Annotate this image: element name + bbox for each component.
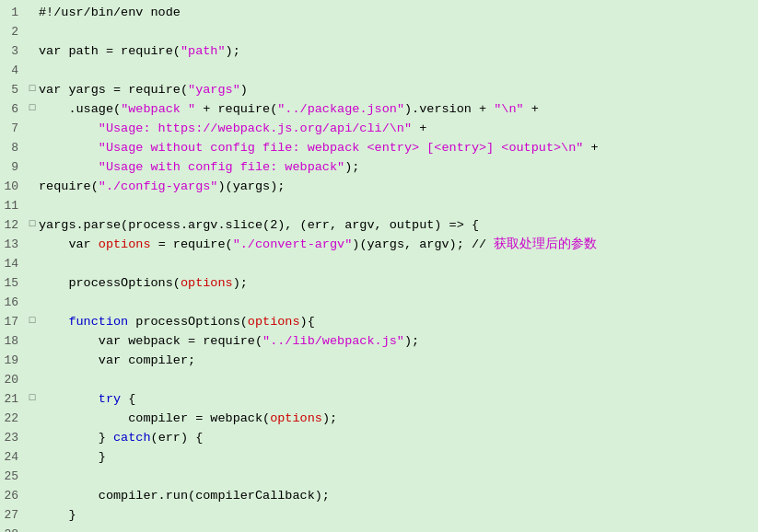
line-number: 8	[0, 139, 26, 157]
token: "./config-yargs"	[99, 179, 218, 193]
code-line: 21□ try {	[0, 390, 758, 410]
line-number: 6	[0, 100, 26, 119]
line-number: 12	[0, 216, 26, 235]
token: );	[344, 160, 359, 174]
line-number: 2	[0, 23, 26, 41]
token: yargs.parse(process.argv.slice(2), (err,…	[39, 218, 479, 232]
token: );	[404, 334, 419, 348]
code-text: }	[39, 506, 758, 526]
code-text	[39, 468, 758, 487]
fold-icon[interactable]: □	[26, 390, 39, 406]
code-line: 11	[0, 197, 758, 216]
token: var path = require(	[39, 44, 181, 58]
line-number: 10	[0, 178, 26, 196]
token: #!/usr/bin/env node	[39, 6, 181, 19]
line-number: 1	[0, 4, 26, 22]
code-line: 26 compiler.run(compilerCallback);	[0, 487, 758, 506]
token: "\n"	[494, 102, 523, 116]
code-line: 4	[0, 62, 758, 81]
code-text: "Usage with config file: webpack");	[39, 158, 758, 178]
code-text	[39, 62, 758, 81]
token: try	[99, 392, 121, 406]
code-text	[39, 294, 758, 313]
token: )	[240, 83, 248, 97]
code-text: var compiler;	[39, 352, 758, 371]
code-line: 5□var yargs = require("yargs")	[0, 81, 758, 100]
token	[39, 315, 68, 329]
line-number: 25	[0, 468, 26, 486]
code-text	[39, 371, 758, 390]
line-number: 15	[0, 274, 26, 293]
code-line: 17□ function processOptions(options){	[0, 313, 758, 332]
token: "yargs"	[188, 83, 240, 97]
token: }	[39, 431, 113, 445]
line-number: 24	[0, 448, 26, 467]
code-line: 7 "Usage: https://webpack.js.org/api/cli…	[0, 120, 758, 139]
code-line: 12□yargs.parse(process.argv.slice(2), (e…	[0, 216, 758, 236]
token: {	[121, 392, 135, 406]
line-number: 17	[0, 313, 26, 331]
token: options	[270, 411, 322, 425]
token: .usage(	[39, 102, 121, 116]
code-line: 23 } catch(err) {	[0, 429, 758, 448]
code-line: 6□ .usage("webpack " + require("../packa…	[0, 100, 758, 120]
code-text: var options = require("./convert-argv")(…	[39, 236, 758, 255]
fold-icon[interactable]: □	[26, 313, 39, 329]
token: "../lib/webpack.js"	[262, 334, 404, 348]
fold-icon[interactable]: □	[26, 100, 39, 116]
code-text: }	[39, 448, 758, 468]
line-number: 23	[0, 429, 26, 447]
code-text: processOptions(options);	[39, 274, 758, 294]
token	[39, 160, 99, 174]
code-text	[39, 255, 758, 274]
token: var webpack = require(	[39, 334, 262, 348]
token: compiler.run(compilerCallback);	[39, 489, 330, 503]
line-number: 14	[0, 255, 26, 273]
code-text: "Usage: https://webpack.js.org/api/cli/\…	[39, 120, 758, 139]
token: "./convert-argv"	[233, 237, 353, 251]
line-number: 26	[0, 487, 26, 505]
line-number: 22	[0, 410, 26, 428]
token: "webpack "	[121, 102, 195, 116]
fold-icon[interactable]: □	[26, 81, 39, 97]
token: +	[583, 141, 598, 155]
token: processOptions(	[39, 276, 181, 290]
token: "Usage with config file: webpack"	[99, 160, 344, 174]
token: var yargs = require(	[39, 83, 188, 97]
line-number: 27	[0, 506, 26, 525]
line-number: 7	[0, 120, 26, 138]
line-number: 4	[0, 62, 26, 80]
token: );	[233, 276, 248, 290]
code-line: 25	[0, 468, 758, 487]
line-number: 9	[0, 158, 26, 177]
token: )(yargs);	[217, 179, 285, 193]
code-text: var path = require("path");	[39, 42, 758, 62]
token: require(	[39, 179, 99, 193]
token: +	[412, 121, 426, 135]
code-line: 13 var options = require("./convert-argv…	[0, 236, 758, 255]
token: }	[39, 508, 76, 522]
line-number: 5	[0, 81, 26, 99]
token: "Usage without config file: webpack <ent…	[99, 141, 584, 155]
code-text: try {	[39, 390, 758, 410]
token: options	[99, 237, 151, 251]
token: compiler = webpack(	[39, 411, 270, 425]
code-line: 16	[0, 294, 758, 313]
token	[39, 121, 99, 135]
token: "Usage: https://webpack.js.org/api/cli/\…	[99, 121, 412, 135]
fold-icon[interactable]: □	[26, 216, 39, 232]
token: var	[39, 237, 99, 251]
code-line: 20	[0, 371, 758, 390]
code-line: 18 var webpack = require("../lib/webpack…	[0, 332, 758, 352]
line-number: 21	[0, 390, 26, 409]
code-line: 28	[0, 526, 758, 532]
token: )(yargs, argv); //	[352, 237, 494, 251]
code-line: 9 "Usage with config file: webpack");	[0, 158, 758, 178]
token: ).version +	[404, 102, 494, 116]
token: = require(	[151, 237, 233, 251]
code-line: 1 #!/usr/bin/env node	[0, 4, 758, 23]
code-line: 2	[0, 23, 758, 42]
token: );	[322, 411, 337, 425]
code-text	[39, 197, 758, 216]
code-line: 27 }	[0, 506, 758, 526]
